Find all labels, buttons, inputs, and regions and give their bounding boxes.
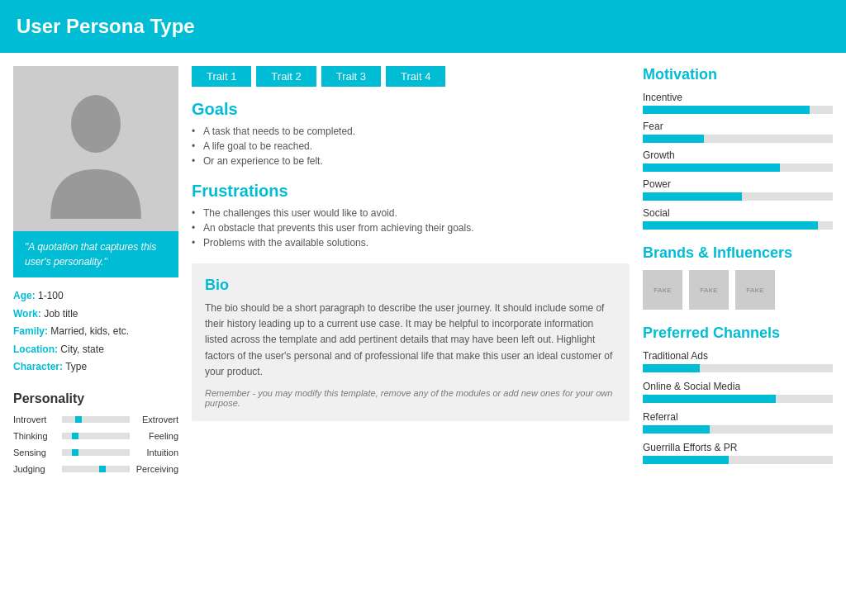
trait-bar-container	[62, 449, 130, 456]
svg-point-0	[71, 95, 121, 153]
quote-box: "A quotation that captures this user's p…	[13, 231, 178, 277]
trait-tab-2[interactable]: Trait 2	[256, 66, 316, 87]
channels-section: Preferred Channels Traditional AdsOnline…	[643, 325, 833, 464]
age-label: Age:	[13, 290, 36, 301]
frustrations-list: The challenges this user would like to a…	[192, 207, 630, 249]
bio-text: The bio should be a short paragraph to d…	[205, 301, 616, 380]
channel-item: Guerrilla Efforts & PR	[643, 442, 833, 464]
channels-title: Preferred Channels	[643, 325, 833, 342]
motivation-bar-fill	[643, 135, 704, 143]
channel-bar-background	[643, 456, 833, 464]
family-value: Married, kids, etc.	[50, 325, 129, 337]
personality-trait-row: SensingIntuition	[13, 448, 178, 457]
motivation-bar-background	[643, 163, 833, 172]
trait-bar-indicator	[75, 416, 82, 423]
channel-bars: Traditional AdsOnline & Social MediaRefe…	[643, 350, 833, 464]
brand-logos	[643, 270, 833, 310]
bio-title: Bio	[205, 277, 616, 294]
quote-text: "A quotation that captures this user's p…	[25, 241, 156, 268]
trait-left-label: Introvert	[13, 415, 59, 424]
location-label: Location:	[13, 344, 58, 355]
motivation-title: Motivation	[643, 66, 833, 83]
motivation-bar-fill	[643, 192, 742, 201]
personality-title: Personality	[13, 391, 178, 406]
header: User Persona Type	[0, 0, 846, 53]
channel-item: Traditional Ads	[643, 350, 833, 372]
frustrations-section: Frustrations The challenges this user wo…	[192, 182, 630, 249]
channel-bar-background	[643, 425, 833, 434]
avatar	[13, 66, 178, 231]
motivation-item: Growth	[643, 149, 833, 172]
frustration-item: The challenges this user would like to a…	[192, 207, 630, 219]
age-value: 1-100	[38, 290, 64, 301]
channel-item: Referral	[643, 411, 833, 434]
family-label: Family:	[13, 325, 48, 337]
trait-bar-indicator	[72, 433, 78, 439]
work-value: Job title	[44, 308, 78, 320]
motivation-label: Fear	[643, 121, 833, 132]
channel-bar-fill	[643, 456, 729, 464]
trait-bar-container	[62, 433, 130, 439]
channel-item: Online & Social Media	[643, 381, 833, 403]
trait-tabs: Trait 1Trait 2Trait 3Trait 4	[192, 66, 630, 87]
bio-box: Bio The bio should be a short paragraph …	[192, 263, 630, 421]
channel-bar-fill	[643, 395, 776, 403]
personality-trait-row: JudgingPerceiving	[13, 464, 178, 474]
goals-title: Goals	[192, 100, 630, 119]
trait-tab-1[interactable]: Trait 1	[192, 66, 251, 87]
motivation-label: Growth	[643, 149, 833, 161]
page-title: User Persona Type	[17, 15, 829, 38]
channel-bar-background	[643, 395, 833, 403]
goal-item: A life goal to be reached.	[192, 140, 630, 152]
trait-bar-container	[62, 466, 130, 472]
motivation-label: Incentive	[643, 92, 833, 103]
location-value: City, state	[60, 344, 103, 355]
trait-left-label: Thinking	[13, 431, 59, 441]
left-column: "A quotation that captures this user's p…	[13, 66, 178, 481]
brand-logo-2	[689, 270, 729, 310]
frustration-item: An obstacle that prevents this user from…	[192, 222, 630, 234]
channel-bar-background	[643, 364, 833, 372]
character-label: Character:	[13, 361, 63, 372]
channel-label: Traditional Ads	[643, 350, 833, 362]
trait-bar-container	[62, 416, 130, 423]
trait-tab-3[interactable]: Trait 3	[321, 66, 381, 87]
motivation-bar-background	[643, 106, 833, 114]
brands-title: Brands & Influencers	[643, 244, 833, 262]
brands-section: Brands & Influencers	[643, 244, 833, 310]
motivation-label: Social	[643, 207, 833, 219]
trait-tab-4[interactable]: Trait 4	[386, 66, 445, 87]
motivation-bar-fill	[643, 163, 780, 172]
work-label: Work:	[13, 308, 41, 320]
motivation-bar-fill	[643, 221, 818, 230]
motivation-item: Social	[643, 207, 833, 230]
bio-note: Remember - you may modify this template,…	[205, 388, 616, 408]
trait-bar-indicator	[72, 449, 78, 456]
motivation-bar-background	[643, 221, 833, 230]
trait-right-label: Perceiving	[133, 464, 178, 474]
channel-label: Online & Social Media	[643, 381, 833, 392]
motivation-item: Power	[643, 178, 833, 201]
trait-bar-indicator	[99, 466, 106, 472]
goal-item: A task that needs to be completed.	[192, 126, 630, 137]
brand-logo-1	[643, 270, 682, 310]
goals-section: Goals A task that needs to be completed.…	[192, 100, 630, 167]
brand-logo-3	[735, 270, 775, 310]
personality-trait-row: ThinkingFeeling	[13, 431, 178, 441]
trait-right-label: Extrovert	[133, 415, 178, 424]
motivation-bars: IncentiveFearGrowthPowerSocial	[643, 92, 833, 230]
trait-right-label: Feeling	[133, 431, 178, 441]
motivation-bar-background	[643, 192, 833, 201]
trait-right-label: Intuition	[133, 448, 178, 457]
right-column: Motivation IncentiveFearGrowthPowerSocia…	[643, 66, 833, 481]
channel-label: Referral	[643, 411, 833, 423]
personality-traits: IntrovertExtrovertThinkingFeelingSensing…	[13, 415, 178, 474]
motivation-label: Power	[643, 178, 833, 190]
frustrations-title: Frustrations	[192, 182, 630, 201]
channel-label: Guerrilla Efforts & PR	[643, 442, 833, 453]
goals-list: A task that needs to be completed.A life…	[192, 126, 630, 167]
motivation-item: Incentive	[643, 92, 833, 114]
bio-info: Age: 1-100 Work: Job title Family: Marri…	[13, 287, 178, 377]
character-value: Type	[65, 361, 87, 372]
personality-section: Personality IntrovertExtrovertThinkingFe…	[13, 391, 178, 474]
